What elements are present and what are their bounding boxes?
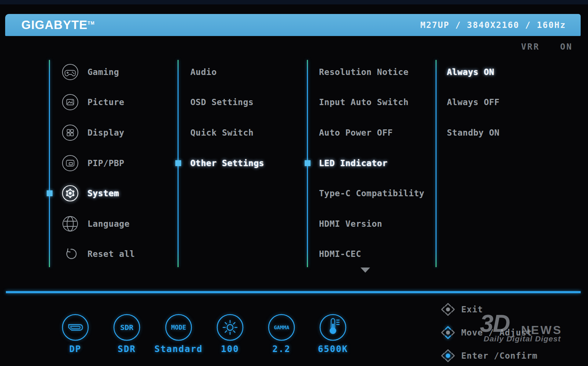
submenu-item-auto-power-off[interactable]: Auto Power OFF bbox=[319, 124, 393, 141]
menu-item-pip-pbp[interactable]: PIP/PBP bbox=[62, 155, 124, 172]
sdr-badge-icon: SDR bbox=[112, 313, 141, 342]
gamma-badge-icon: GAMMA bbox=[267, 313, 296, 342]
gamepad-icon bbox=[62, 64, 79, 80]
horizontal-divider bbox=[6, 291, 581, 293]
submenu-item-hdmi-version[interactable]: HDMI Version bbox=[319, 215, 382, 232]
monitor-osd-screen: GIGABYTETM M27UP / 3840X2160 / 160Hz VRR… bbox=[0, 0, 588, 366]
status-value: 6500K bbox=[303, 344, 363, 354]
svg-text:GAMMA: GAMMA bbox=[274, 324, 290, 330]
control-hint-enter-confirm: Enter /Confirm bbox=[440, 347, 538, 365]
gigabyte-logo: GIGABYTETM bbox=[21, 18, 95, 32]
menu-item-label: System bbox=[87, 189, 119, 198]
control-hint-label: Exit bbox=[461, 305, 483, 314]
submenu-item-audio[interactable]: Audio bbox=[190, 64, 217, 80]
menu-item-label: Gaming bbox=[87, 67, 119, 77]
status-item-hdr-mode: SDR SDR bbox=[97, 313, 157, 354]
submenu-item-hdmi-cec[interactable]: HDMI-CEC bbox=[319, 245, 361, 262]
menu-item-label: Language bbox=[87, 219, 130, 229]
vrr-value: ON bbox=[560, 42, 573, 51]
svg-text:MODE: MODE bbox=[171, 324, 186, 331]
control-hint-exit: Exit bbox=[440, 301, 483, 318]
brightness-icon bbox=[215, 313, 245, 342]
status-item-color-temperature: 6500K bbox=[303, 313, 363, 354]
column-divider bbox=[49, 60, 50, 267]
menu-item-reset-all[interactable]: Reset all bbox=[62, 245, 135, 262]
joystick-icon bbox=[440, 301, 456, 318]
top-bar: GIGABYTETM M27UP / 3840X2160 / 160Hz bbox=[5, 14, 581, 36]
menu-item-display[interactable]: Display bbox=[62, 124, 124, 141]
submenu-item-type-c-compatibility[interactable]: Type-C Compatibility bbox=[319, 185, 424, 202]
model-info: M27UP / 3840X2160 / 160Hz bbox=[420, 20, 566, 30]
column-divider bbox=[435, 60, 437, 267]
selection-marker bbox=[175, 160, 181, 166]
control-hint-move-adjust: Move / Adjust bbox=[440, 324, 532, 341]
scroll-down-arrow-icon bbox=[361, 268, 370, 273]
selection-marker bbox=[47, 190, 53, 196]
gear-icon bbox=[62, 185, 79, 202]
menu-item-picture[interactable]: Picture bbox=[62, 94, 124, 111]
submenu-item-quick-switch[interactable]: Quick Switch bbox=[190, 124, 254, 141]
mode-badge-icon: MODE bbox=[164, 313, 193, 342]
vrr-label: VRR bbox=[521, 42, 540, 51]
menu-item-label: Display bbox=[87, 128, 124, 137]
picture-icon bbox=[62, 94, 79, 111]
selection-marker bbox=[305, 160, 311, 166]
menu-item-label: Picture bbox=[87, 97, 124, 107]
menu-item-label: PIP/PBP bbox=[87, 158, 124, 168]
joystick-icon bbox=[440, 324, 456, 341]
control-hint-label: Enter /Confirm bbox=[461, 351, 538, 360]
menu-item-language[interactable]: Language bbox=[62, 215, 130, 232]
option-always-off[interactable]: Always OFF bbox=[447, 94, 499, 111]
joystick-icon bbox=[440, 347, 456, 365]
pip-pbp-icon bbox=[62, 155, 79, 172]
status-value: SDR bbox=[97, 344, 157, 354]
menu-item-label: Reset all bbox=[87, 249, 135, 259]
submenu-item-input-auto-switch[interactable]: Input Auto Switch bbox=[319, 94, 409, 111]
submenu-item-resolution-notice[interactable]: Resolution Notice bbox=[319, 64, 409, 80]
control-hint-label: Move / Adjust bbox=[461, 328, 532, 337]
submenu-item-led-indicator[interactable]: LED Indicator bbox=[319, 155, 388, 172]
color-temp-icon bbox=[318, 313, 348, 342]
submenu-item-osd-settings[interactable]: OSD Settings bbox=[190, 94, 254, 111]
option-always-on[interactable]: Always ON bbox=[447, 64, 494, 80]
menu-item-system[interactable]: System bbox=[62, 185, 119, 202]
screen-edge-strip bbox=[0, 0, 588, 4]
globe-icon bbox=[62, 215, 79, 232]
option-standby-on[interactable]: Standby ON bbox=[447, 124, 499, 141]
reset-icon bbox=[62, 245, 79, 262]
menu-item-gaming[interactable]: Gaming bbox=[62, 64, 119, 80]
svg-text:SDR: SDR bbox=[120, 323, 134, 332]
submenu-item-other-settings[interactable]: Other Settings bbox=[190, 155, 264, 172]
displayport-icon bbox=[61, 313, 90, 342]
display-grid-icon bbox=[62, 124, 79, 141]
vrr-status: VRR ON bbox=[521, 42, 573, 51]
